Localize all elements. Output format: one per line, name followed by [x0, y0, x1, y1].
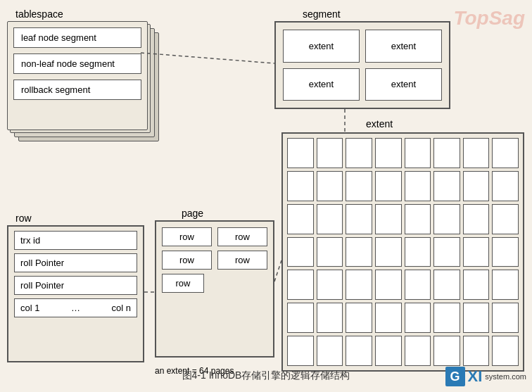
logo-site: system.com: [485, 372, 526, 381]
watermark: TopSag: [453, 7, 525, 30]
extent-cell: [287, 270, 314, 300]
page-row3-item1: row: [162, 274, 204, 293]
page-row-1: row row: [162, 227, 267, 246]
extent-cell: [463, 303, 490, 333]
extent-cell: [317, 336, 343, 366]
extent-cell: [375, 270, 402, 300]
extent-cell: [433, 138, 460, 168]
extent-cell: [492, 237, 519, 267]
page-row2-item1: row: [162, 251, 212, 270]
svg-line-0: [141, 53, 274, 63]
row-item-cols: col 1 … col n: [14, 298, 137, 317]
segment-extent-2: extent: [365, 30, 442, 63]
extent-cell: [405, 171, 431, 201]
extent-cell: [375, 138, 402, 168]
extent-cell: [492, 336, 519, 366]
extent-cell: [433, 303, 460, 333]
extent-cell: [317, 171, 343, 201]
page-row2-item2: row: [217, 251, 267, 270]
extent-cell: [346, 336, 372, 366]
tablespace-item-leaf: leaf node segment: [13, 27, 141, 48]
extent-cell: [433, 237, 460, 267]
extent-cell: [287, 303, 314, 333]
extent-cell: [463, 204, 490, 234]
extent-cell: [287, 237, 314, 267]
extent-cell: [405, 204, 431, 234]
extent-cell: [492, 303, 519, 333]
extent-big-box: [281, 132, 524, 372]
page-row-3: row: [162, 274, 267, 293]
segment-extent-1: extent: [283, 30, 360, 63]
extent-cell: [346, 138, 372, 168]
extent-cell: [317, 204, 343, 234]
row-label: row: [15, 213, 32, 224]
extent-cell: [346, 204, 372, 234]
extent-cell: [433, 336, 460, 366]
tablespace-stack: leaf node segment non-leaf node segment …: [7, 21, 155, 162]
extent-cell: [346, 171, 372, 201]
extent-cell: [287, 336, 314, 366]
coln-label: col n: [112, 303, 131, 313]
extent-cell: [317, 237, 343, 267]
extent-cell: [463, 171, 490, 201]
extent-cell: [463, 270, 490, 300]
extent-cell: [405, 270, 431, 300]
extent-cell: [492, 171, 519, 201]
row-box: trx id roll Pointer roll Pointer col 1 ……: [7, 225, 144, 362]
segment-extent-3: extent: [283, 68, 360, 101]
extent-cell: [317, 303, 343, 333]
extent-cell: [346, 270, 372, 300]
page-row-2: row row: [162, 251, 267, 270]
extent-cell: [375, 171, 402, 201]
tablespace-layer-front: leaf node segment non-leaf node segment …: [7, 21, 148, 130]
tablespace-item-nonleaf: non-leaf node segment: [13, 53, 141, 74]
extent-label: extent: [366, 118, 393, 129]
logo-container: G XI system.com: [445, 367, 526, 386]
segment-label: segment: [303, 8, 341, 20]
tablespace-item-rollback: rollback segment: [13, 80, 141, 100]
row-item-rollpointer2: roll Pointer: [14, 276, 137, 295]
page-row1-item1: row: [162, 227, 212, 246]
page-row1-item2: row: [217, 227, 267, 246]
extent-cell: [492, 204, 519, 234]
extent-cell: [375, 303, 402, 333]
page-label: page: [182, 208, 203, 219]
extent-cell: [317, 270, 343, 300]
extent-cell: [346, 303, 372, 333]
svg-line-2: [274, 260, 281, 282]
extent-cell: [405, 237, 431, 267]
extent-cell: [463, 138, 490, 168]
extent-cell: [405, 336, 431, 366]
logo-g: G: [445, 367, 465, 386]
extent-cell: [433, 270, 460, 300]
extent-cell: [375, 336, 402, 366]
tablespace-label: tablespace: [15, 8, 63, 20]
row-item-trxid: trx id: [14, 231, 137, 250]
page-box: row row row row row: [155, 220, 274, 358]
extent-cell: [492, 138, 519, 168]
extent-cell: [433, 204, 460, 234]
extent-cell: [433, 171, 460, 201]
col-ellipsis: …: [71, 303, 80, 313]
logo-xi: XI: [468, 367, 483, 386]
row-item-rollpointer1: roll Pointer: [14, 253, 137, 272]
extent-cell: [317, 138, 343, 168]
segment-extent-4: extent: [365, 68, 442, 101]
extent-cell: [287, 204, 314, 234]
extent-cell: [287, 171, 314, 201]
extent-cell: [463, 336, 490, 366]
extent-cell: [492, 270, 519, 300]
extent-cell: [375, 204, 402, 234]
extent-cell: [405, 138, 431, 168]
extent-cell: [346, 237, 372, 267]
extent-cell: [463, 237, 490, 267]
extent-cell: [287, 138, 314, 168]
segment-box: extent extent extent extent: [274, 21, 450, 109]
col1-label: col 1: [20, 303, 39, 313]
extent-cell: [405, 303, 431, 333]
extent-cell: [375, 237, 402, 267]
